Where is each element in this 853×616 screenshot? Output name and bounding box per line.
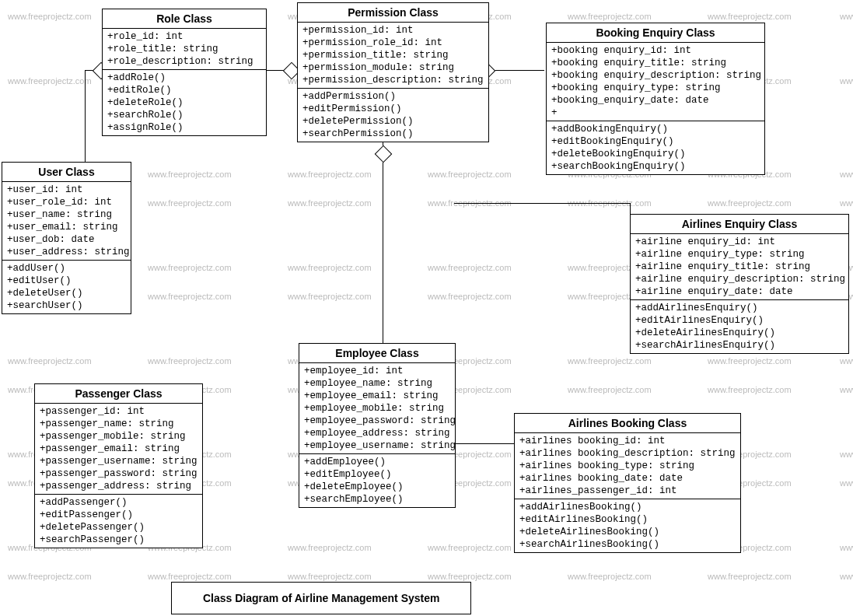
class-member-line: +addPassenger() <box>40 496 198 509</box>
class-booking-enquiry: Booking Enquiry Class +booking enquiry_i… <box>546 23 765 175</box>
class-member-line: +airline enquiry_id: int <box>635 236 844 248</box>
class-member-line: +passenger_address: string <box>40 480 198 492</box>
class-member-line: +permission_role_id: int <box>302 37 484 49</box>
class-member-line: +editPassenger() <box>40 509 198 521</box>
class-member-line: +editUser() <box>7 275 126 287</box>
class-member-line: +airlines booking_date: date <box>519 472 736 485</box>
class-member-line: +passenger_password: string <box>40 467 198 480</box>
class-member-line: +searchUser() <box>7 299 126 312</box>
class-member-line: +searchEmployee() <box>304 493 450 506</box>
diagram-title: Class Diagram of Airline Management Syst… <box>171 582 471 614</box>
class-member-line: +deletePassenger() <box>40 521 198 534</box>
class-member-line: +addBookingEnquiry() <box>551 123 760 135</box>
class-member-line: +searchRole() <box>107 109 261 121</box>
class-member-line: +searchAirlinesEnquiry() <box>635 339 844 352</box>
class-booking-enquiry-attrs: +booking enquiry_id: int+booking enquiry… <box>547 43 764 121</box>
class-employee-ops: +addEmployee()+editEmployee()+deleteEmpl… <box>299 454 455 507</box>
class-member-line: +airlines booking_id: int <box>519 435 736 447</box>
class-member-line: +addEmployee() <box>304 456 450 468</box>
class-employee-attrs: +employee_id: int+employee_name: string+… <box>299 363 455 454</box>
class-member-line: +employee_mobile: string <box>304 402 450 415</box>
class-role-ops: +addRole()+editRole()+deleteRole()+searc… <box>103 70 266 135</box>
class-member-line: +user_id: int <box>7 184 126 196</box>
class-member-line: +assignRole() <box>107 121 261 134</box>
class-member-line: +passenger_username: string <box>40 455 198 467</box>
class-user-title: User Class <box>2 163 131 182</box>
class-member-line: +editPermission() <box>302 103 484 115</box>
class-passenger: Passenger Class +passenger_id: int+passe… <box>34 383 203 548</box>
class-member-line: +employee_id: int <box>304 365 450 377</box>
class-member-line: +permission_id: int <box>302 24 484 37</box>
class-airlines-enquiry-attrs: +airline enquiry_id: int+airline enquiry… <box>631 234 848 300</box>
class-member-line: +searchBookingEnquiry() <box>551 160 760 173</box>
class-permission: Permission Class +permission_id: int+per… <box>297 2 489 142</box>
class-member-line: +employee_username: string <box>304 439 450 452</box>
class-member-line: +airlines_passenger_id: int <box>519 485 736 497</box>
class-booking-enquiry-title: Booking Enquiry Class <box>547 23 764 43</box>
class-member-line: +addAirlinesBooking() <box>519 501 736 513</box>
class-permission-title: Permission Class <box>298 3 488 23</box>
class-member-line: +deleteEmployee() <box>304 481 450 493</box>
class-member-line: +user_address: string <box>7 246 126 258</box>
class-member-line: +permission_description: string <box>302 74 484 86</box>
line-user-role <box>85 70 86 163</box>
class-employee-title: Employee Class <box>299 344 455 363</box>
class-member-line: +role_description: string <box>107 55 261 68</box>
class-user-ops: +addUser()+editUser()+deleteUser()+searc… <box>2 261 131 313</box>
class-airlines-enquiry-title: Airlines Enquiry Class <box>631 215 848 234</box>
class-member-line: +booking enquiry_type: string <box>551 82 760 94</box>
line-perm-airenq-v <box>630 203 631 215</box>
class-airlines-booking-title: Airlines Booking Class <box>515 414 740 433</box>
class-member-line: +addPermission() <box>302 90 484 103</box>
class-member-line: +deletePermission() <box>302 115 484 128</box>
class-member-line: +permission_title: string <box>302 49 484 61</box>
diamond-perm-employee <box>375 145 393 163</box>
class-airlines-booking-attrs: +airlines booking_id: int+airlines booki… <box>515 433 740 499</box>
class-member-line: +searchPassenger() <box>40 534 198 546</box>
class-member-line: +editAirlinesEnquiry() <box>635 314 844 327</box>
class-member-line: +user_name: string <box>7 208 126 221</box>
class-member-line: +editRole() <box>107 84 261 96</box>
class-member-line: +searchAirlinesBooking() <box>519 538 736 551</box>
class-booking-enquiry-ops: +addBookingEnquiry()+editBookingEnquiry(… <box>547 121 764 174</box>
class-member-line: +role_title: string <box>107 43 261 55</box>
class-member-line: +deleteAirlinesEnquiry() <box>635 327 844 339</box>
class-member-line: +employee_name: string <box>304 377 450 390</box>
class-member-line: + <box>551 107 760 119</box>
class-airlines-booking-ops: +addAirlinesBooking()+editAirlinesBookin… <box>515 499 740 552</box>
class-member-line: +airline enquiry_description: string <box>635 273 844 285</box>
class-member-line: +booking enquiry_title: string <box>551 57 760 69</box>
line-perm-employee <box>383 138 383 344</box>
class-member-line: +role_id: int <box>107 30 261 43</box>
class-member-line: +employee_password: string <box>304 415 450 427</box>
class-member-line: +user_dob: date <box>7 233 126 246</box>
class-member-line: +passenger_name: string <box>40 418 198 430</box>
class-member-line: +airline enquiry_title: string <box>635 261 844 273</box>
class-member-line: +employee_address: string <box>304 427 450 439</box>
class-employee: Employee Class +employee_id: int+employe… <box>299 343 456 508</box>
class-member-line: +addRole() <box>107 72 261 84</box>
class-role: Role Class +role_id: int+role_title: str… <box>102 9 267 136</box>
class-member-line: +booking enquiry_id: int <box>551 44 760 57</box>
class-member-line: +editBookingEnquiry() <box>551 135 760 148</box>
class-role-title: Role Class <box>103 9 266 29</box>
class-member-line: +deleteAirlinesBooking() <box>519 526 736 538</box>
class-member-line: +addAirlinesEnquiry() <box>635 302 844 314</box>
class-permission-ops: +addPermission()+editPermission()+delete… <box>298 89 488 142</box>
class-member-line: +deleteRole() <box>107 96 261 109</box>
class-passenger-title: Passenger Class <box>35 384 202 404</box>
class-member-line: +airlines booking_type: string <box>519 460 736 472</box>
class-passenger-ops: +addPassenger()+editPassenger()+deletePa… <box>35 495 202 548</box>
class-member-line: +user_email: string <box>7 221 126 233</box>
class-airlines-booking: Airlines Booking Class +airlines booking… <box>514 413 741 553</box>
class-member-line: +editAirlinesBooking() <box>519 513 736 526</box>
class-user-attrs: +user_id: int+user_role_id: int+user_nam… <box>2 182 131 261</box>
class-member-line: +editEmployee() <box>304 468 450 481</box>
class-member-line: +searchPermission() <box>302 128 484 140</box>
line-emp-booking <box>454 443 514 444</box>
class-member-line: +user_role_id: int <box>7 196 126 208</box>
class-user: User Class +user_id: int+user_role_id: i… <box>2 162 131 314</box>
class-member-line: +airline enquiry_date: date <box>635 285 844 298</box>
class-member-line: +booking enquiry_description: string <box>551 69 760 82</box>
class-member-line: +passenger_mobile: string <box>40 430 198 443</box>
